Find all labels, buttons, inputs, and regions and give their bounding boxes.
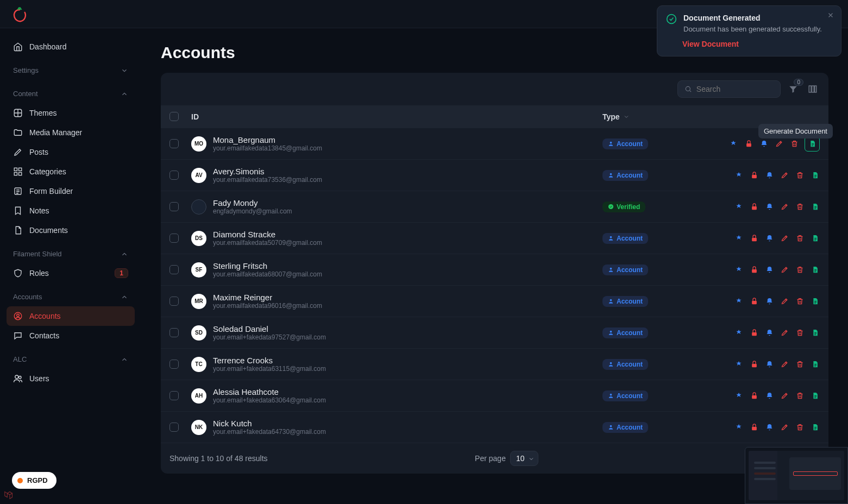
table-search-input[interactable] — [696, 85, 774, 93]
edit-button[interactable] — [780, 171, 789, 180]
lock-button[interactable] — [749, 234, 759, 243]
generate-document-button[interactable] — [810, 234, 820, 243]
notify-button[interactable] — [764, 265, 774, 275]
generate-document-button[interactable] — [810, 297, 820, 306]
delete-button[interactable] — [795, 360, 805, 369]
lock-button[interactable] — [749, 297, 759, 306]
user-name[interactable]: Diamond Stracke — [213, 230, 322, 239]
section-filament-shield[interactable]: Filament Shield — [7, 244, 135, 263]
nav-categories[interactable]: Categories — [7, 162, 135, 181]
edit-button[interactable] — [780, 391, 789, 401]
lock-button[interactable] — [749, 328, 759, 338]
toast-link[interactable]: View Document — [682, 40, 832, 48]
user-name[interactable]: Terrence Crooks — [213, 356, 326, 365]
row-checkbox[interactable] — [169, 328, 179, 337]
user-name[interactable]: Fady Mondy — [213, 198, 292, 207]
user-name[interactable]: Mona_Bergnaum — [213, 135, 322, 144]
impersonate-button[interactable] — [734, 234, 744, 243]
delete-button[interactable] — [795, 328, 805, 338]
lock-button[interactable] — [749, 391, 759, 401]
lock-button[interactable] — [749, 171, 759, 180]
notify-button[interactable] — [764, 202, 774, 212]
generate-document-button[interactable] — [810, 391, 820, 401]
edit-button[interactable] — [780, 265, 789, 275]
delete-button[interactable] — [795, 202, 805, 212]
row-checkbox[interactable] — [169, 171, 179, 180]
generate-document-button[interactable] — [810, 202, 820, 212]
edit-button[interactable] — [780, 328, 789, 338]
col-id-label[interactable]: ID — [191, 112, 199, 121]
col-type-header[interactable]: Type — [602, 112, 700, 121]
user-name[interactable]: Soledad Daniel — [213, 324, 326, 333]
nav-themes[interactable]: Themes — [7, 103, 135, 123]
notify-button[interactable] — [764, 297, 774, 306]
app-logo[interactable] — [11, 5, 28, 23]
impersonate-button[interactable] — [734, 391, 744, 401]
lock-button[interactable] — [749, 202, 759, 212]
notify-button[interactable] — [764, 391, 774, 401]
edit-button[interactable] — [780, 423, 789, 432]
row-checkbox[interactable] — [169, 202, 179, 211]
impersonate-button[interactable] — [734, 297, 744, 306]
pip-preview[interactable] — [745, 447, 848, 504]
filter-button[interactable]: 0 — [786, 82, 800, 96]
columns-button[interactable] — [806, 82, 820, 96]
nav-users[interactable]: Users — [7, 369, 135, 388]
row-checkbox[interactable] — [169, 297, 179, 306]
notify-button[interactable] — [764, 234, 774, 243]
row-checkbox[interactable] — [169, 234, 179, 243]
nav-roles[interactable]: Roles 1 — [7, 263, 135, 283]
nav-contacts[interactable]: Contacts — [7, 326, 135, 345]
user-name[interactable]: Alessia Heathcote — [213, 387, 326, 396]
section-alc[interactable]: ALC — [7, 350, 135, 369]
notify-button[interactable] — [764, 360, 774, 369]
nav-dashboard[interactable]: Dashboard — [7, 37, 135, 56]
per-page-select[interactable]: 10 — [510, 451, 538, 466]
edit-button[interactable] — [780, 360, 789, 369]
section-accounts[interactable]: Accounts — [7, 287, 135, 306]
edit-button[interactable] — [780, 202, 789, 212]
lock-button[interactable] — [749, 423, 759, 432]
row-checkbox[interactable] — [169, 423, 179, 432]
nav-form-builder[interactable]: Form Builder — [7, 181, 135, 201]
impersonate-button[interactable] — [728, 139, 738, 149]
section-content[interactable]: Content — [7, 84, 135, 103]
section-settings[interactable]: Settings — [7, 61, 135, 80]
nav-accounts[interactable]: Accounts — [7, 306, 135, 326]
nav-documents[interactable]: Documents — [7, 220, 135, 240]
impersonate-button[interactable] — [734, 171, 744, 180]
impersonate-button[interactable] — [734, 423, 744, 432]
delete-button[interactable] — [795, 423, 805, 432]
table-search[interactable] — [677, 80, 781, 98]
toast-close-button[interactable] — [827, 11, 834, 19]
row-checkbox[interactable] — [169, 265, 179, 274]
notify-button[interactable] — [764, 423, 774, 432]
rgpd-button[interactable]: RGPD — [12, 472, 56, 489]
lock-button[interactable] — [744, 139, 753, 149]
user-name[interactable]: Sterling Fritsch — [213, 261, 322, 270]
user-name[interactable]: Avery.Simonis — [213, 167, 322, 176]
lock-button[interactable] — [749, 360, 759, 369]
edit-button[interactable] — [780, 234, 789, 243]
nav-notes[interactable]: Notes — [7, 201, 135, 220]
lock-button[interactable] — [749, 265, 759, 275]
generate-document-button[interactable] — [810, 328, 820, 338]
generate-document-button[interactable] — [810, 171, 820, 180]
notify-button[interactable] — [764, 328, 774, 338]
delete-button[interactable] — [795, 265, 805, 275]
generate-document-button[interactable] — [810, 423, 820, 432]
impersonate-button[interactable] — [734, 360, 744, 369]
edit-button[interactable] — [774, 139, 784, 149]
row-checkbox[interactable] — [169, 360, 179, 369]
notify-button[interactable] — [759, 139, 769, 149]
row-checkbox[interactable] — [169, 391, 179, 400]
select-all-checkbox[interactable] — [169, 112, 179, 121]
delete-button[interactable] — [795, 171, 805, 180]
generate-document-button[interactable] — [810, 265, 820, 275]
impersonate-button[interactable] — [734, 328, 744, 338]
delete-button[interactable] — [795, 234, 805, 243]
user-name[interactable]: Nick Kutch — [213, 419, 326, 428]
nav-media-manager[interactable]: Media Manager — [7, 123, 135, 142]
impersonate-button[interactable] — [734, 265, 744, 275]
delete-button[interactable] — [795, 297, 805, 306]
